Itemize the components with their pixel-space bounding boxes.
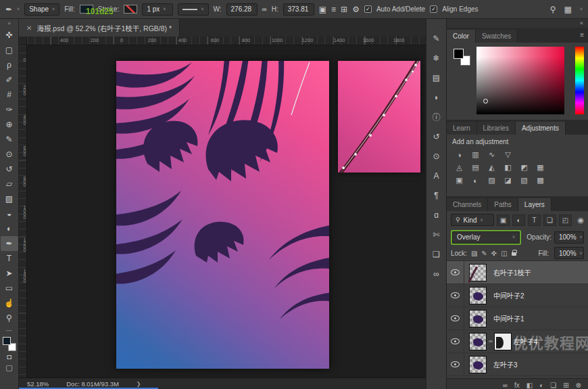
lock-transparency-icon[interactable]: ▨ xyxy=(471,250,477,257)
photo-filter-icon[interactable]: ◩ xyxy=(517,162,531,173)
foreground-color-chip[interactable] xyxy=(454,49,464,59)
document-tab[interactable]: ✕ 海报.psd @ 52.2% (右叶子1枝干, RGB/8) * xyxy=(19,19,180,37)
vibrance-icon[interactable]: ◬ xyxy=(452,162,466,173)
color-cursor[interactable] xyxy=(483,99,488,104)
path-arrangement-icon[interactable]: ⊞ xyxy=(341,5,347,14)
hue-slider[interactable] xyxy=(575,47,584,114)
stroke-type-dropdown[interactable]: ˅ xyxy=(178,3,208,16)
clone-source-panel-icon[interactable]: ⊙ xyxy=(426,146,447,166)
layer-filter-toggle-icon[interactable]: ◉ xyxy=(577,216,584,225)
layer-name[interactable]: 左叶子4 xyxy=(514,336,538,346)
move-tool[interactable]: ✜ xyxy=(1,28,18,43)
gear-icon[interactable]: ⚙ xyxy=(352,5,360,14)
tab-paths[interactable]: Paths xyxy=(488,198,518,211)
lock-pixels-icon[interactable]: ✎ xyxy=(481,250,487,257)
exposure-icon[interactable]: ▽ xyxy=(501,149,515,160)
zoom-tool[interactable]: ⚲ xyxy=(1,311,18,325)
opacity-field[interactable]: 100% ˅ xyxy=(554,231,584,244)
tab-channels[interactable]: Channels xyxy=(447,198,488,211)
delete-layer-icon[interactable]: ⊗ xyxy=(576,382,581,389)
blur-tool[interactable]: ◒ xyxy=(1,206,18,221)
gradient-tool[interactable]: ▧ xyxy=(1,191,18,206)
path-operations-icon[interactable]: ▣ xyxy=(319,5,326,14)
layer-row[interactable]: ∞ 左叶子4 xyxy=(447,330,588,353)
posterize-icon[interactable]: ▨ xyxy=(485,175,499,186)
layer-name[interactable]: 中间叶子1 xyxy=(493,313,524,323)
zoom-level-field[interactable]: 52.18% xyxy=(27,380,49,388)
filter-shape-layers-icon[interactable]: ❏ xyxy=(543,214,556,226)
layer-thumbnail[interactable] xyxy=(469,310,487,327)
marquee-tool[interactable]: ▢ xyxy=(1,43,18,58)
mask-link-icon[interactable]: ∞ xyxy=(489,338,493,344)
search-icon[interactable]: ⚲ xyxy=(550,5,556,14)
stroke-swatch[interactable] xyxy=(124,5,137,14)
eraser-tool[interactable]: ▱ xyxy=(1,177,18,191)
layer-row[interactable]: 中间叶子2 xyxy=(447,284,588,307)
layer-mask-thumbnail[interactable] xyxy=(494,333,512,350)
edit-toolbar-icon[interactable]: ⋯ xyxy=(6,325,13,335)
levels-icon[interactable]: ▥ xyxy=(468,149,483,160)
history-panel-icon[interactable]: ↺ xyxy=(426,127,447,146)
new-layer-icon[interactable]: ⊞ xyxy=(563,382,568,389)
path-selection-tool[interactable]: ➤ xyxy=(1,266,18,281)
layer-thumbnail[interactable] xyxy=(469,356,487,373)
tab-layers[interactable]: Layers xyxy=(518,198,552,211)
info-panel-icon[interactable]: ⓘ xyxy=(426,107,447,127)
dodge-tool[interactable]: ◐ xyxy=(1,221,18,236)
status-options-chevron-icon[interactable]: ❯ xyxy=(137,381,141,387)
brightness-contrast-icon[interactable]: ◑ xyxy=(452,149,466,160)
eyedropper-tool[interactable]: ✑ xyxy=(1,102,18,117)
link-dimensions-icon[interactable]: ∞ xyxy=(262,6,267,13)
black-white-icon[interactable]: ◧ xyxy=(501,162,515,173)
foreground-background-colors[interactable] xyxy=(2,337,17,351)
zoomed-path-view[interactable] xyxy=(338,61,420,173)
tool-preset-chevron-icon[interactable]: ˅ xyxy=(17,7,20,12)
quick-mask-icon[interactable]: ◘ xyxy=(7,351,11,362)
fill-amount-field[interactable]: 100% ˅ xyxy=(554,247,584,259)
visibility-toggle[interactable] xyxy=(447,307,464,329)
tab-adjustments[interactable]: Adjustments xyxy=(516,122,566,135)
quick-selection-tool[interactable]: ✐ xyxy=(1,72,18,87)
tab-libraries[interactable]: Libraries xyxy=(477,122,516,135)
color-lookup-icon[interactable]: ▣ xyxy=(452,175,466,186)
layer-row[interactable]: 右叶子1枝干 xyxy=(447,261,588,284)
color-balance-icon[interactable]: ◭ xyxy=(485,162,499,173)
gradients-panel-icon[interactable]: ▤ xyxy=(426,68,447,87)
notes-panel-icon[interactable]: ✄ xyxy=(426,225,447,244)
link-layers-icon[interactable]: ∞ xyxy=(503,382,508,389)
filter-adjustment-layers-icon[interactable]: ◐ xyxy=(512,214,525,226)
visibility-toggle[interactable] xyxy=(447,261,464,283)
blend-mode-dropdown[interactable]: Overlay ˅ xyxy=(452,231,520,244)
lock-all-icon[interactable] xyxy=(512,252,516,256)
threshold-icon[interactable]: ◪ xyxy=(501,175,515,186)
layer-name[interactable]: 中间叶子2 xyxy=(493,290,524,300)
close-icon[interactable]: ✕ xyxy=(26,24,32,32)
lasso-tool[interactable]: ρ xyxy=(1,58,18,72)
healing-brush-tool[interactable]: ⊕ xyxy=(1,117,18,132)
tab-color[interactable]: Color xyxy=(447,30,476,43)
layer-thumbnail[interactable] xyxy=(469,287,487,304)
filter-type-layers-icon[interactable]: T xyxy=(528,214,541,226)
align-edges-checkbox[interactable]: ✓ xyxy=(430,5,437,13)
tab-learn[interactable]: Learn xyxy=(447,122,477,135)
new-group-icon[interactable]: ❏ xyxy=(550,382,556,389)
workspace-switcher-icon[interactable]: ▦ xyxy=(564,5,572,14)
gradient-map-icon[interactable]: ▧ xyxy=(517,175,531,186)
hand-tool[interactable]: ☝ xyxy=(1,296,18,311)
tab-swatches[interactable]: Swatches xyxy=(476,30,518,43)
hue-saturation-icon[interactable]: ▤ xyxy=(468,162,483,173)
layer-filter-kind-dropdown[interactable]: ⚲ Kind ˅ xyxy=(451,214,494,226)
type-tool[interactable]: T xyxy=(1,251,18,266)
layer-thumbnail[interactable] xyxy=(469,264,487,281)
visibility-toggle[interactable] xyxy=(447,330,464,352)
layer-name[interactable]: 右叶子1枝干 xyxy=(493,267,531,277)
auto-add-delete-checkbox[interactable]: ✓ xyxy=(364,5,372,13)
layer-name[interactable]: 左叶子3 xyxy=(493,359,518,369)
chevron-down-icon[interactable]: ˅ xyxy=(580,7,583,12)
color-field[interactable] xyxy=(476,47,564,114)
selective-color-icon[interactable]: ▩ xyxy=(533,175,547,186)
paragraph-panel-icon[interactable]: ¶ xyxy=(426,185,447,205)
layer-thumbnail[interactable] xyxy=(469,333,487,350)
3d-panel-icon[interactable]: ❏ xyxy=(426,244,447,264)
curves-icon[interactable]: ∿ xyxy=(485,149,499,160)
